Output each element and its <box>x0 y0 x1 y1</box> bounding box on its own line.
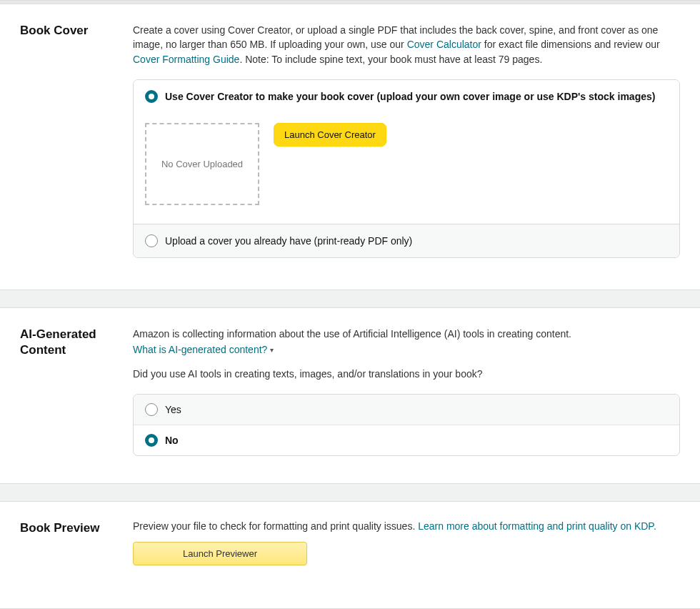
use-cover-creator-option[interactable]: Use Cover Creator to make your book cove… <box>134 80 679 113</box>
ai-description: Amazon is collecting information about t… <box>133 327 680 341</box>
ai-yes-option[interactable]: Yes <box>134 395 679 425</box>
ai-question: Did you use AI tools in creating texts, … <box>133 367 680 381</box>
launch-previewer-button[interactable]: Launch Previewer <box>133 542 307 565</box>
cover-formatting-guide-link[interactable]: Cover Formatting Guide <box>133 54 239 65</box>
cover-options-box: Use Cover Creator to make your book cove… <box>133 79 680 258</box>
cover-calculator-link[interactable]: Cover Calculator <box>407 39 481 50</box>
no-cover-text: No Cover Uploaded <box>161 159 243 169</box>
ai-content-section: AI-Generated Content Amazon is collectin… <box>0 308 700 484</box>
upload-cover-label: Upload a cover you already have (print-r… <box>165 235 412 247</box>
book-preview-section: Book Preview Preview your file to check … <box>0 502 700 608</box>
ai-no-option[interactable]: No <box>134 425 679 455</box>
cover-placeholder: No Cover Uploaded <box>145 123 259 205</box>
use-cover-creator-label: Use Cover Creator to make your book cove… <box>165 91 655 102</box>
preview-description: Preview your file to check for formattin… <box>133 520 680 532</box>
radio-selected-icon[interactable] <box>145 434 158 447</box>
ai-yes-label: Yes <box>165 404 181 415</box>
book-cover-description: Create a cover using Cover Creator, or u… <box>133 23 680 66</box>
book-cover-section: Book Cover Create a cover using Cover Cr… <box>0 4 700 289</box>
preview-learn-more-link[interactable]: Learn more about formatting and print qu… <box>418 520 656 532</box>
ai-content-heading: AI-Generated Content <box>20 327 133 457</box>
upload-cover-option[interactable]: Upload a cover you already have (print-r… <box>134 224 679 257</box>
chevron-down-icon: ▾ <box>270 346 274 354</box>
ai-help-link[interactable]: What is AI-generated content? ▾ <box>133 344 274 355</box>
book-preview-heading: Book Preview <box>20 520 133 565</box>
ai-no-label: No <box>165 435 179 446</box>
radio-selected-icon[interactable] <box>145 90 158 103</box>
book-cover-heading: Book Cover <box>20 23 133 262</box>
launch-cover-creator-button[interactable]: Launch Cover Creator <box>274 123 386 147</box>
ai-options-box: Yes No <box>133 394 680 456</box>
radio-unselected-icon[interactable] <box>145 234 158 247</box>
radio-unselected-icon[interactable] <box>145 403 158 416</box>
